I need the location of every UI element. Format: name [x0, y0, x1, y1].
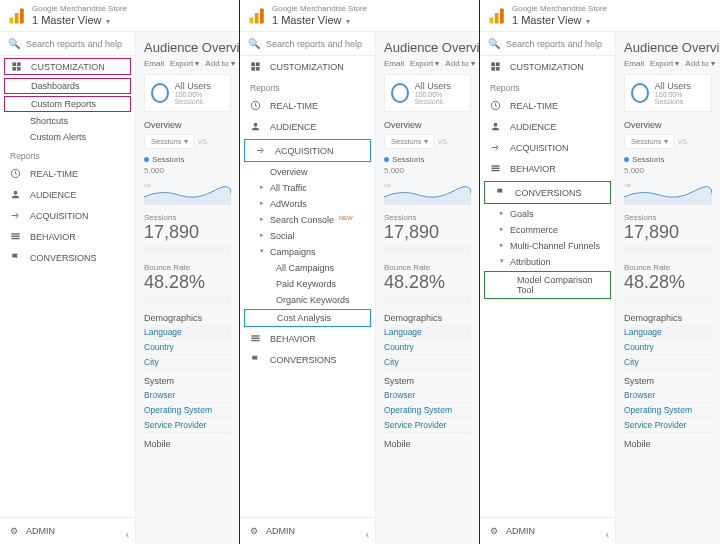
- view-name[interactable]: 1 Master View: [512, 14, 582, 26]
- dim-language[interactable]: Language: [384, 325, 471, 340]
- svg-point-34: [494, 123, 498, 127]
- dim-country[interactable]: Country: [144, 340, 231, 355]
- acq-social[interactable]: Social: [240, 228, 375, 244]
- acquisition-item[interactable]: ACQUISITION: [0, 205, 135, 226]
- email-btn[interactable]: Email: [384, 59, 404, 68]
- dim-country[interactable]: Country: [624, 340, 712, 355]
- dim-browser[interactable]: Browser: [624, 388, 712, 403]
- svg-point-8: [14, 191, 18, 195]
- acquisition-item[interactable]: ACQUISITION: [480, 137, 615, 158]
- content-area: Audience Overview EmailExport ▾Add to ▾ …: [376, 32, 479, 544]
- view-name[interactable]: 1 Master View: [272, 14, 342, 26]
- customization-item[interactable]: CUSTOMIZATION: [4, 58, 131, 75]
- conversions-item[interactable]: CONVERSIONS: [240, 349, 375, 370]
- acquisition-item[interactable]: ACQUISITION: [244, 139, 371, 162]
- addto-btn[interactable]: Add to ▾: [445, 59, 474, 68]
- acq-paid-keywords[interactable]: Paid Keywords: [240, 276, 375, 292]
- dim-browser[interactable]: Browser: [144, 388, 231, 403]
- addto-btn[interactable]: Add to ▾: [205, 59, 234, 68]
- acq-adwords[interactable]: AdWords: [240, 196, 375, 212]
- audience-item[interactable]: AUDIENCE: [0, 184, 135, 205]
- svg-rect-24: [251, 340, 259, 341]
- conv-multi[interactable]: Multi-Channel Funnels: [480, 238, 615, 254]
- acq-organic-keywords[interactable]: Organic Keywords: [240, 292, 375, 308]
- addto-btn[interactable]: Add to ▾: [685, 59, 714, 68]
- dim-city[interactable]: City: [144, 355, 231, 370]
- metric-picker[interactable]: Sessions ▾: [624, 134, 675, 149]
- search-input[interactable]: 🔍Search reports and help: [480, 32, 615, 56]
- dim-city[interactable]: City: [624, 355, 712, 370]
- export-btn[interactable]: Export ▾: [650, 59, 679, 68]
- dim-os[interactable]: Operating System: [384, 403, 471, 418]
- dim-language[interactable]: Language: [624, 325, 712, 340]
- admin-item[interactable]: ⚙ADMIN: [240, 517, 375, 544]
- conv-goals[interactable]: Goals: [480, 206, 615, 222]
- realtime-item[interactable]: REAL-TIME: [240, 95, 375, 116]
- acq-search-console[interactable]: Search Console NEW: [240, 212, 375, 228]
- svg-rect-26: [490, 17, 494, 23]
- sessions-kpi-label: Sessions: [144, 213, 231, 222]
- acq-all-campaigns[interactable]: All Campaigns: [240, 260, 375, 276]
- shortcuts-item[interactable]: Shortcuts: [0, 113, 135, 129]
- audience-item[interactable]: AUDIENCE: [480, 116, 615, 137]
- admin-item[interactable]: ⚙ADMIN: [0, 517, 135, 544]
- panel-acquisition: Google Merchandise Store1 Master View ▾ …: [240, 0, 480, 544]
- dim-browser[interactable]: Browser: [384, 388, 471, 403]
- segment-card[interactable]: All Users100.00% Sessions: [624, 74, 712, 112]
- dim-city[interactable]: City: [384, 355, 471, 370]
- segment-card[interactable]: All Users100.00% Sessions: [384, 74, 471, 112]
- export-btn[interactable]: Export ▾: [410, 59, 439, 68]
- dim-sp[interactable]: Service Provider: [144, 418, 231, 433]
- audience-item[interactable]: AUDIENCE: [240, 116, 375, 137]
- dim-sp[interactable]: Service Provider: [624, 418, 712, 433]
- dim-country[interactable]: Country: [384, 340, 471, 355]
- admin-item[interactable]: ⚙ADMIN: [480, 517, 615, 544]
- ga-logo: [248, 7, 266, 25]
- svg-rect-19: [256, 67, 260, 71]
- custom-reports-item[interactable]: Custom Reports: [4, 96, 131, 112]
- dim-sp[interactable]: Service Provider: [384, 418, 471, 433]
- export-btn[interactable]: Export ▾: [170, 59, 199, 68]
- acq-all-traffic[interactable]: All Traffic: [240, 180, 375, 196]
- conv-model[interactable]: Model Comparison Tool: [484, 271, 611, 299]
- segment-card[interactable]: All Users100.00% Sessions: [144, 74, 231, 112]
- svg-rect-32: [496, 67, 500, 71]
- acq-overview[interactable]: Overview: [240, 164, 375, 180]
- search-input[interactable]: 🔍Search reports and help: [240, 32, 375, 56]
- person-icon: [490, 121, 504, 132]
- acq-campaigns[interactable]: Campaigns: [240, 244, 375, 260]
- acq-cost-analysis[interactable]: Cost Analysis: [244, 309, 371, 327]
- page-title: Audience Overview: [144, 40, 231, 55]
- conversions-item[interactable]: CONVERSIONS: [484, 181, 611, 204]
- svg-text:2,500: 2,500: [624, 184, 631, 188]
- customization-item[interactable]: CUSTOMIZATION: [240, 56, 375, 77]
- email-btn[interactable]: Email: [144, 59, 164, 68]
- dashboards-item[interactable]: Dashboards: [4, 78, 131, 94]
- behavior-item[interactable]: BEHAVIOR: [0, 226, 135, 247]
- person-icon: [10, 189, 24, 200]
- dim-language[interactable]: Language: [144, 325, 231, 340]
- action-bar: EmailExport ▾Add to ▾: [144, 59, 231, 68]
- conversions-item[interactable]: CONVERSIONS: [0, 247, 135, 268]
- page-title: Audience Overview: [624, 40, 712, 55]
- collapse-icon[interactable]: ‹: [366, 529, 369, 540]
- realtime-item[interactable]: REAL-TIME: [0, 163, 135, 184]
- realtime-item[interactable]: REAL-TIME: [480, 95, 615, 116]
- conv-attribution[interactable]: Attribution: [480, 254, 615, 270]
- search-input[interactable]: 🔍Search reports and help: [0, 32, 135, 56]
- search-icon: 🔍: [248, 38, 260, 49]
- collapse-icon[interactable]: ‹: [126, 529, 129, 540]
- email-btn[interactable]: Email: [624, 59, 644, 68]
- view-name[interactable]: 1 Master View: [32, 14, 102, 26]
- customization-item[interactable]: CUSTOMIZATION: [480, 56, 615, 77]
- metric-picker[interactable]: Sessions ▾: [384, 134, 435, 149]
- behavior-item[interactable]: BEHAVIOR: [240, 328, 375, 349]
- conv-ecommerce[interactable]: Ecommerce: [480, 222, 615, 238]
- metric-picker[interactable]: Sessions ▾: [144, 134, 195, 149]
- behavior-item[interactable]: BEHAVIOR: [480, 158, 615, 179]
- collapse-icon[interactable]: ‹: [606, 529, 609, 540]
- dim-os[interactable]: Operating System: [624, 403, 712, 418]
- dim-os[interactable]: Operating System: [144, 403, 231, 418]
- svg-rect-28: [500, 8, 504, 23]
- custom-alerts-item[interactable]: Custom Alerts: [0, 129, 135, 145]
